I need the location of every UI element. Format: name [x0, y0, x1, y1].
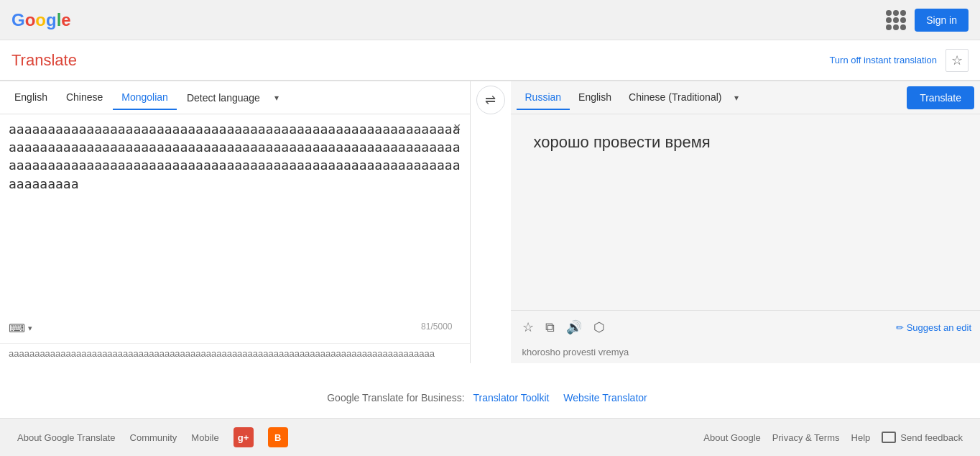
target-romanization: khorosho provesti vremya	[511, 344, 981, 363]
business-section: Google Translate for Business: Translato…	[0, 363, 980, 418]
header-right: Sign in	[886, 9, 969, 32]
suggest-edit-label: Suggest an edit	[907, 322, 971, 333]
target-lang-russian[interactable]: Russian	[517, 86, 570, 110]
char-count: 81/5000	[412, 319, 461, 337]
keyboard-dropdown-arrow: ▾	[28, 324, 32, 333]
swap-languages-button[interactable]: ⇌	[476, 86, 505, 114]
swap-col: ⇌	[471, 81, 511, 363]
keyboard-icon: ⌨	[9, 322, 25, 335]
translate-button[interactable]: Translate	[907, 86, 974, 109]
business-label: Google Translate for Business:	[327, 392, 464, 403]
sub-header-right: Turn off instant translation ☆	[829, 49, 969, 72]
source-input[interactable]: аааааааааааааааааааааааааааааааааааааааа…	[9, 120, 461, 206]
about-google-link[interactable]: About Google	[703, 432, 761, 443]
feedback-icon	[882, 432, 896, 443]
header: Google Sign in	[0, 0, 980, 40]
community-link[interactable]: Community	[130, 432, 177, 443]
copy-translation-button[interactable]: ⧉	[542, 317, 558, 338]
source-detect-language[interactable]: Detect language	[178, 86, 269, 109]
sign-in-button[interactable]: Sign in	[915, 9, 969, 32]
page-title: Translate	[11, 51, 77, 70]
about-google-translate-link[interactable]: About Google Translate	[17, 432, 116, 443]
blogger-icon[interactable]: B	[268, 427, 288, 447]
keyboard-button[interactable]: ⌨ ▾	[9, 322, 32, 335]
translator-toolkit-link[interactable]: Translator Toolkit	[473, 392, 550, 403]
pencil-icon: ✏	[896, 322, 904, 333]
target-panel: Russian English Chinese (Traditional) ▾ …	[511, 81, 981, 363]
target-lang-dropdown[interactable]: ▾	[730, 87, 743, 109]
favorite-translation-button[interactable]: ☆	[519, 316, 537, 338]
mobile-link[interactable]: Mobile	[191, 432, 218, 443]
source-lang-mongolian[interactable]: Mongolian	[113, 86, 177, 110]
google-plus-icon[interactable]: g+	[234, 427, 254, 447]
sub-header: Translate Turn off instant translation ☆	[0, 40, 980, 81]
google-logo[interactable]: Google	[11, 10, 71, 30]
favorites-button[interactable]: ☆	[946, 49, 969, 72]
target-language-bar: Russian English Chinese (Traditional) ▾ …	[511, 81, 981, 114]
clear-input-button[interactable]: ×	[453, 120, 461, 135]
source-language-bar: English Chinese Mongolian Detect languag…	[0, 81, 470, 114]
source-lang-english[interactable]: English	[6, 86, 56, 110]
translation-output-area: хорошо провести время	[511, 114, 981, 310]
feedback-label: Send feedback	[900, 432, 963, 443]
website-translator-link[interactable]: Website Translator	[563, 392, 647, 403]
listen-translation-button[interactable]: 🔊	[563, 316, 585, 338]
header-left: Google	[11, 10, 71, 30]
apps-grid-icon[interactable]	[886, 10, 906, 30]
suggest-edit-button[interactable]: ✏ Suggest an edit	[896, 322, 971, 333]
keyboard-row: ⌨ ▾ 81/5000	[0, 316, 470, 343]
share-translation-button[interactable]: ⬡	[591, 316, 608, 338]
target-lang-chinese-traditional[interactable]: Chinese (Traditional)	[620, 86, 730, 110]
source-lang-chinese[interactable]: Chinese	[57, 86, 111, 110]
footer-right: About Google Privacy & Terms Help Send f…	[703, 432, 963, 443]
instant-translation-toggle[interactable]: Turn off instant translation	[829, 55, 937, 65]
translation-actions: ☆ ⧉ 🔊 ⬡ ✏ Suggest an edit	[511, 310, 981, 344]
source-transliteration: aaaaaaaaaaaaaaaaaaaaaaaaaaaaaaaaaaaaaaaa…	[0, 343, 470, 363]
source-text-area: аааааааааааааааааааааааааааааааааааааааа…	[0, 114, 470, 316]
source-panel: English Chinese Mongolian Detect languag…	[0, 81, 471, 363]
help-link[interactable]: Help	[851, 432, 871, 443]
target-lang-english[interactable]: English	[570, 86, 620, 110]
translation-text: хорошо провести время	[522, 123, 969, 163]
source-lang-dropdown[interactable]: ▾	[270, 87, 283, 109]
send-feedback-button[interactable]: Send feedback	[882, 432, 963, 443]
privacy-terms-link[interactable]: Privacy & Terms	[772, 432, 840, 443]
footer: About Google Translate Community Mobile …	[0, 418, 980, 456]
translate-panels: English Chinese Mongolian Detect languag…	[0, 81, 980, 363]
footer-left: About Google Translate Community Mobile …	[17, 427, 288, 447]
